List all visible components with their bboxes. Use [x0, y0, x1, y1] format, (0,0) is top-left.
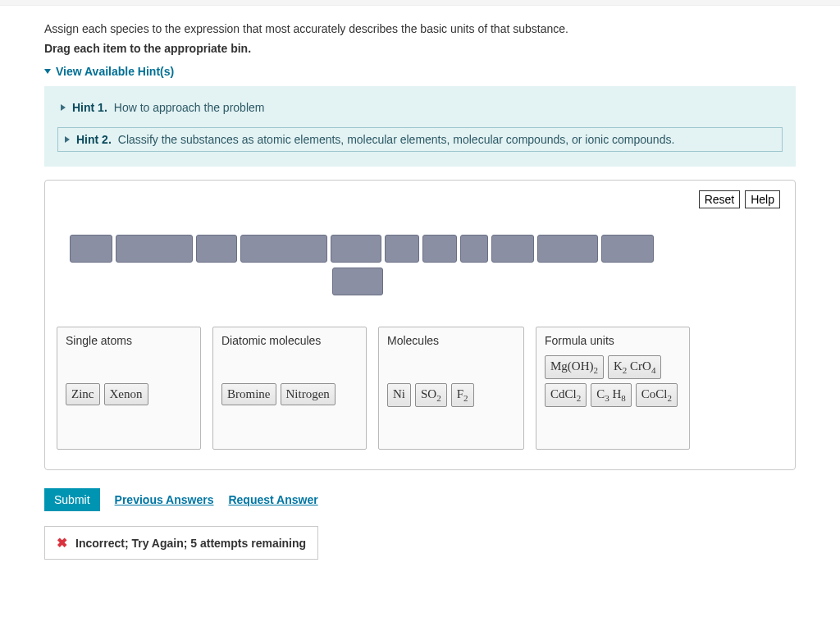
pool-row-2	[70, 268, 783, 295]
draggable-item[interactable]: Nitrogen	[281, 383, 336, 405]
incorrect-icon: ✖	[57, 535, 67, 551]
caret-down-icon	[44, 69, 51, 74]
bin-items: BromineNitrogen	[221, 383, 358, 405]
bin[interactable]: MoleculesNiSO2F2	[378, 327, 524, 450]
pool-item[interactable]	[196, 235, 237, 263]
draggable-item[interactable]: Xenon	[104, 383, 148, 405]
hint-1-label: Hint 1.	[72, 101, 107, 114]
action-row: Submit Previous Answers Request Answer	[44, 488, 796, 511]
drag-workspace: Reset Help Single atomsZincXenonDiatomic…	[44, 180, 796, 470]
bin-items: NiSO2F2	[387, 383, 515, 407]
hint-2-text: Classify the substances as atomic elemen…	[118, 133, 675, 146]
bin-title: Diatomic molecules	[221, 334, 358, 347]
draggable-item[interactable]: C3 H8	[591, 383, 632, 407]
bin-title: Single atoms	[66, 334, 192, 347]
draggable-item[interactable]: Mg(OH)2	[545, 355, 604, 379]
draggable-item[interactable]: Zinc	[66, 383, 100, 405]
item-pool	[70, 235, 783, 295]
pool-item[interactable]	[331, 235, 381, 263]
top-strip	[0, 0, 840, 6]
hints-toggle[interactable]: View Available Hint(s)	[44, 65, 174, 78]
hint-2-label: Hint 2.	[76, 133, 112, 146]
feedback-text: Incorrect; Try Again; 5 attempts remaini…	[75, 537, 306, 550]
pool-item[interactable]	[422, 235, 457, 263]
pool-item[interactable]	[240, 235, 327, 263]
draggable-item[interactable]: Bromine	[221, 383, 276, 405]
draggable-item[interactable]: CdCl2	[545, 383, 587, 407]
content-area: Assign each species to the expression th…	[0, 6, 840, 584]
pool-item[interactable]	[460, 235, 488, 263]
hint-2[interactable]: Hint 2. Classify the substances as atomi…	[57, 127, 783, 152]
draggable-item[interactable]: Ni	[387, 383, 411, 407]
bin[interactable]: Diatomic moleculesBromineNitrogen	[212, 327, 367, 450]
caret-right-icon	[65, 136, 70, 143]
pool-item[interactable]	[491, 235, 534, 263]
draggable-item[interactable]: K2 CrO4	[608, 355, 661, 379]
draggable-item[interactable]: SO2	[415, 383, 447, 407]
hints-panel: Hint 1. How to approach the problem Hint…	[44, 86, 796, 167]
help-button[interactable]: Help	[745, 190, 780, 208]
bin-title: Molecules	[387, 334, 515, 347]
bin[interactable]: Single atomsZincXenon	[57, 327, 201, 450]
pool-item[interactable]	[332, 268, 383, 295]
bins-container: Single atomsZincXenonDiatomic moleculesB…	[57, 327, 783, 450]
pool-item[interactable]	[70, 235, 112, 263]
submit-button[interactable]: Submit	[44, 488, 100, 511]
question-text: Assign each species to the expression th…	[44, 22, 796, 35]
draggable-item[interactable]: CoCl2	[636, 383, 678, 407]
instruction-text: Drag each item to the appropriate bin.	[44, 42, 796, 55]
pool-item[interactable]	[601, 235, 654, 263]
reset-button[interactable]: Reset	[699, 190, 741, 208]
bin[interactable]: Formula unitsMg(OH)2K2 CrO4CdCl2C3 H8CoC…	[536, 327, 690, 450]
previous-answers-link[interactable]: Previous Answers	[115, 493, 214, 506]
pool-item[interactable]	[116, 235, 193, 263]
bin-items: ZincXenon	[66, 383, 192, 405]
caret-right-icon	[61, 104, 66, 111]
request-answer-link[interactable]: Request Answer	[228, 493, 317, 506]
bin-title: Formula units	[545, 334, 681, 347]
pool-item[interactable]	[385, 235, 419, 263]
feedback-box: ✖ Incorrect; Try Again; 5 attempts remai…	[44, 526, 318, 560]
pool-row-1	[70, 235, 783, 263]
draggable-item[interactable]: F2	[451, 383, 474, 407]
workspace-buttons: Reset Help	[699, 190, 780, 208]
bin-items: Mg(OH)2K2 CrO4CdCl2C3 H8CoCl2	[545, 355, 681, 407]
pool-item[interactable]	[537, 235, 598, 263]
hint-1-text: How to approach the problem	[114, 101, 265, 114]
hints-toggle-label: View Available Hint(s)	[56, 65, 174, 78]
hint-1[interactable]: Hint 1. How to approach the problem	[57, 96, 783, 119]
